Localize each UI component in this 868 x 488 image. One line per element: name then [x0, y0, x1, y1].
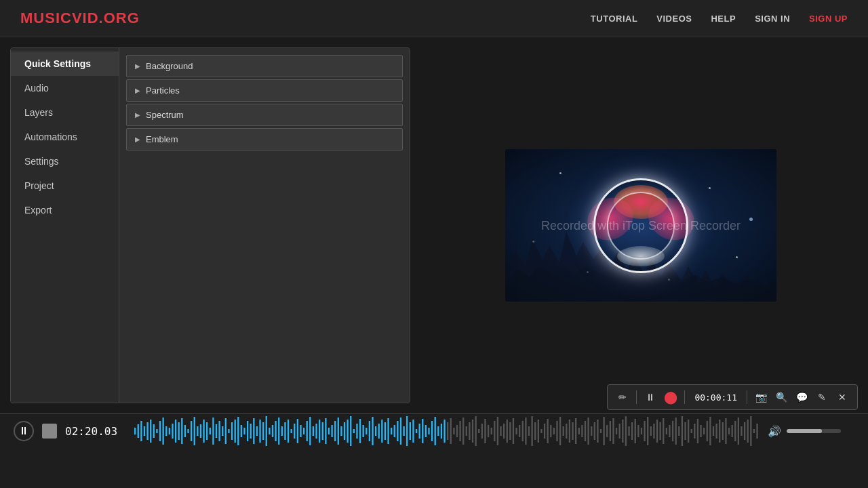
nav-videos[interactable]: VIDEOS [656, 14, 692, 24]
pen-icon: ✏ [618, 392, 627, 403]
layer-item-spectrum[interactable]: ▶ Spectrum [126, 104, 403, 126]
pen-button[interactable]: ✏ [613, 388, 632, 407]
svg-rect-99 [443, 420, 445, 443]
svg-rect-70 [353, 429, 355, 433]
svg-rect-92 [422, 419, 423, 443]
svg-rect-153 [612, 418, 614, 444]
svg-rect-162 [641, 428, 642, 434]
play-pause-button[interactable]: ⏸ [14, 421, 34, 441]
svg-rect-101 [450, 418, 452, 444]
sidebar-item-audio[interactable]: Audio [11, 76, 119, 100]
sidebar-item-quick-settings[interactable]: Quick Settings [11, 52, 119, 76]
svg-rect-60 [322, 422, 323, 440]
svg-rect-81 [387, 418, 389, 444]
svg-rect-156 [622, 420, 623, 443]
nav-tutorial[interactable]: TUTORIAL [591, 14, 637, 24]
svg-rect-171 [669, 425, 670, 437]
svg-rect-35 [243, 428, 245, 434]
camera-icon: 📷 [755, 392, 767, 403]
arrow-icon: ▶ [135, 111, 140, 119]
left-panel: Quick Settings Audio Layers Automations … [10, 47, 410, 403]
svg-rect-82 [391, 428, 392, 434]
waveform-svg [134, 414, 760, 448]
layer-item-emblem[interactable]: ▶ Emblem [126, 128, 403, 150]
svg-rect-183 [707, 421, 708, 441]
svg-rect-106 [466, 426, 467, 436]
record-stop-button[interactable]: ⬤ [661, 388, 680, 407]
svg-rect-49 [288, 420, 289, 443]
svg-rect-26 [216, 424, 217, 438]
svg-rect-172 [672, 421, 673, 441]
svg-rect-18 [191, 421, 192, 441]
svg-rect-68 [347, 420, 348, 443]
svg-rect-124 [522, 421, 524, 441]
sidebar-item-layers[interactable]: Layers [11, 100, 119, 125]
svg-rect-80 [384, 422, 386, 440]
svg-rect-73 [363, 425, 364, 437]
sidebar-item-export[interactable]: Export [11, 198, 119, 222]
svg-rect-19 [194, 417, 195, 445]
svg-rect-108 [472, 420, 473, 443]
svg-rect-133 [550, 425, 551, 437]
svg-rect-61 [325, 418, 326, 444]
svg-rect-123 [519, 425, 520, 437]
svg-rect-79 [381, 420, 382, 443]
svg-rect-118 [503, 424, 505, 439]
svg-rect-93 [425, 425, 427, 437]
sidebar-item-automations[interactable]: Automations [11, 125, 119, 149]
edit-button[interactable]: ✎ [812, 388, 831, 407]
svg-rect-141 [575, 418, 576, 444]
pause-button[interactable]: ⏸ [641, 388, 660, 407]
right-area: Recorded with iTop Screen Recorder [424, 47, 858, 403]
search-icon: 🔍 [776, 392, 787, 403]
svg-rect-66 [340, 426, 342, 436]
svg-rect-67 [344, 422, 345, 440]
waveform-container[interactable] [134, 414, 760, 448]
svg-rect-116 [497, 417, 498, 445]
svg-rect-4 [146, 422, 148, 440]
svg-rect-75 [369, 421, 370, 441]
sidebar-item-project[interactable]: Project [11, 174, 119, 198]
svg-rect-87 [406, 416, 408, 446]
svg-rect-59 [319, 420, 320, 443]
chat-button[interactable]: 💬 [792, 388, 811, 407]
sidebar: Quick Settings Audio Layers Automations … [11, 48, 119, 403]
stop-button[interactable] [42, 424, 57, 439]
svg-rect-147 [594, 422, 595, 440]
svg-rect-129 [538, 420, 539, 443]
svg-rect-175 [682, 416, 683, 446]
layer-item-particles[interactable]: ▶ Particles [126, 79, 403, 102]
nav-signin[interactable]: SIGN IN [755, 14, 790, 24]
svg-rect-180 [697, 419, 698, 443]
svg-rect-94 [428, 428, 429, 434]
layer-item-background[interactable]: ▶ Background [126, 55, 403, 77]
svg-rect-69 [350, 416, 351, 446]
nav-help[interactable]: HELP [711, 14, 736, 24]
svg-rect-109 [475, 416, 476, 446]
svg-rect-138 [566, 424, 567, 439]
sidebar-item-settings[interactable]: Settings [11, 149, 119, 174]
screenshot-button[interactable]: 📷 [751, 388, 770, 407]
svg-rect-40 [259, 420, 260, 443]
nav-signup[interactable]: SIGN UP [809, 14, 848, 24]
svg-rect-189 [725, 418, 726, 444]
svg-rect-24 [210, 428, 211, 434]
svg-rect-74 [366, 428, 367, 434]
chat-icon: 💬 [796, 392, 808, 403]
svg-rect-155 [619, 424, 620, 439]
svg-rect-27 [218, 421, 220, 441]
svg-rect-62 [328, 428, 330, 434]
transport-controls: ⏸ 02:20.03 [0, 414, 868, 448]
volume-bar[interactable] [787, 429, 841, 433]
svg-rect-187 [719, 420, 720, 443]
svg-rect-37 [250, 424, 252, 439]
svg-rect-63 [331, 425, 332, 437]
svg-rect-17 [187, 429, 189, 433]
waveform [134, 414, 760, 448]
svg-rect-146 [591, 426, 592, 436]
svg-rect-12 [172, 424, 173, 439]
close-toolbar-button[interactable]: ✕ [833, 388, 852, 407]
svg-rect-136 [559, 417, 561, 445]
search-button[interactable]: 🔍 [772, 388, 791, 407]
svg-rect-7 [156, 429, 157, 433]
